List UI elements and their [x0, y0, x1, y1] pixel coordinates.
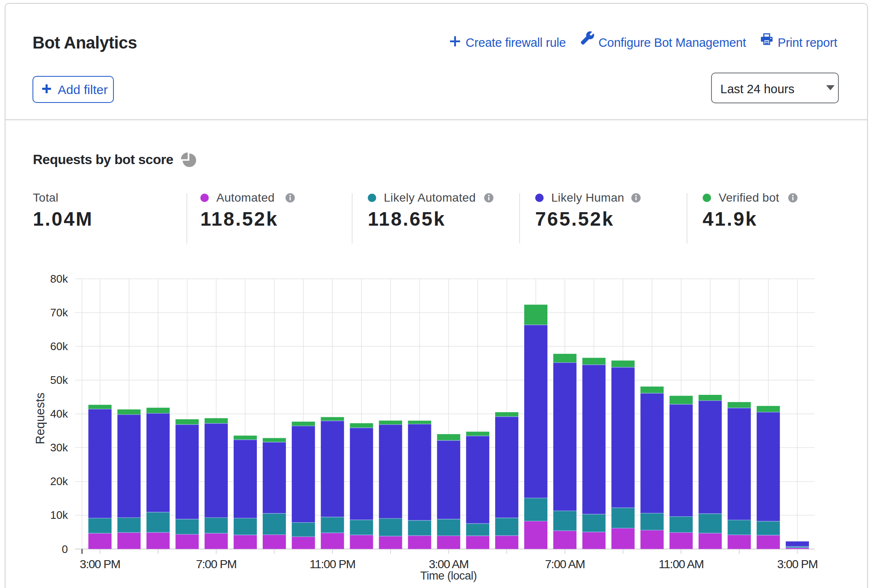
svg-text:10k: 10k [50, 509, 68, 521]
svg-text:50k: 50k [50, 374, 68, 386]
svg-text:40k: 40k [50, 407, 68, 420]
svg-text:80k: 80k [50, 272, 68, 285]
svg-text:20k: 20k [50, 475, 68, 488]
svg-text:3:00 PM: 3:00 PM [777, 558, 818, 571]
svg-text:30k: 30k [50, 441, 68, 454]
svg-text:3:00 AM: 3:00 AM [429, 558, 469, 571]
svg-text:7:00 PM: 7:00 PM [196, 558, 237, 571]
svg-text:11:00 PM: 11:00 PM [310, 558, 355, 571]
svg-text:70k: 70k [50, 306, 68, 319]
svg-text:60k: 60k [50, 340, 68, 353]
svg-text:11:00 AM: 11:00 AM [659, 558, 704, 571]
svg-text:Requests: Requests [33, 393, 47, 445]
svg-text:0: 0 [62, 543, 68, 556]
svg-text:3:00 PM: 3:00 PM [80, 558, 120, 571]
svg-text:Time (local): Time (local) [420, 569, 477, 582]
svg-text:7:00 AM: 7:00 AM [545, 558, 585, 571]
